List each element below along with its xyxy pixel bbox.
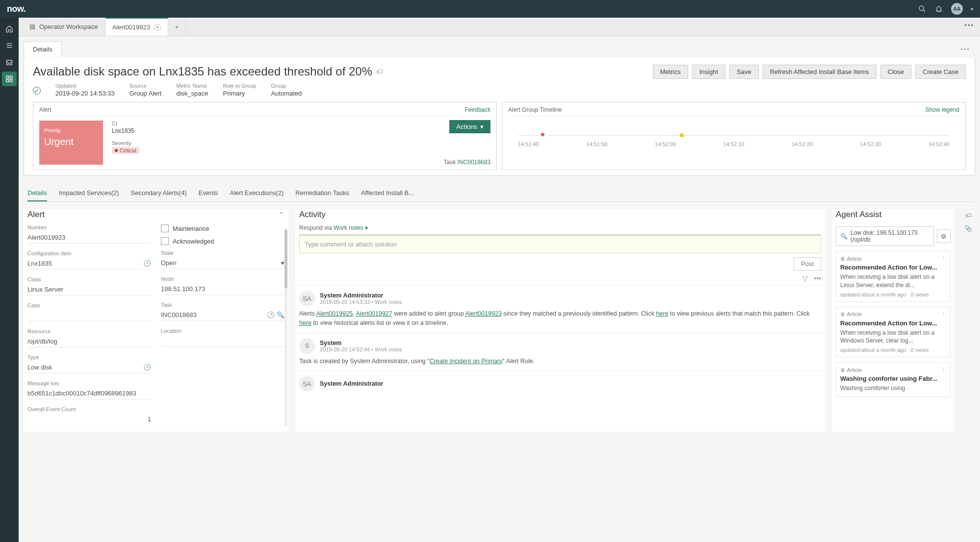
acknowledged-checkbox[interactable] <box>161 237 169 245</box>
more-icon[interactable]: ••• <box>814 274 821 282</box>
scrollbar[interactable] <box>284 229 287 427</box>
chevron-down-icon: ▾ <box>480 123 484 130</box>
metrics-button[interactable]: Metrics <box>653 65 688 79</box>
maintenance-checkbox[interactable] <box>161 224 169 232</box>
left-nav-rail <box>0 18 19 542</box>
tab-details[interactable]: Details <box>27 185 47 201</box>
more-icon[interactable]: ⋮ <box>941 255 946 262</box>
close-button[interactable]: Close <box>880 65 911 79</box>
ci-label: CI <box>112 121 139 126</box>
assist-search-input[interactable]: 🔍Low disk: 198.51.100.173 (/opt/db <box>836 226 934 246</box>
search-icon[interactable] <box>918 4 927 13</box>
ws-tab-label: Operator Workspace <box>39 23 98 30</box>
tag-icon[interactable]: 🏷 <box>376 68 383 75</box>
priority-label: Priority <box>44 127 98 133</box>
case-input[interactable] <box>27 312 151 319</box>
rail-list-icon[interactable] <box>2 38 17 53</box>
ws-tab-alert[interactable]: Alert0019923 × <box>105 18 168 36</box>
feedback-link[interactable]: Feedback <box>464 106 490 113</box>
assist-settings-icon[interactable]: ⚙ <box>937 229 951 243</box>
meta-value: Group Alert <box>129 90 162 97</box>
tick-label: 14:52:30 <box>860 141 881 147</box>
add-tab-button[interactable]: ＋ <box>168 18 186 36</box>
field-label: Node <box>161 276 284 282</box>
ci-input[interactable] <box>27 260 143 267</box>
article-footer: updated about a month ago · 0 views <box>840 347 946 353</box>
article-card[interactable]: 🗎 Article⋮ Recommended Action for Low...… <box>836 307 951 358</box>
task-input[interactable] <box>161 311 267 319</box>
close-tab-icon[interactable]: × <box>154 24 161 31</box>
refresh-button[interactable]: Refresh Affected Install Base Items <box>763 65 877 79</box>
severity-badge: Critical <box>112 147 139 154</box>
detail-tab-details[interactable]: Details <box>24 41 62 57</box>
tab-impacted[interactable]: Impacted Services(2) <box>59 185 119 201</box>
tab-more-icon[interactable]: ••• <box>964 22 974 29</box>
ws-tab-operator[interactable]: Operator Workspace <box>23 18 105 36</box>
side-attachment-rail: 🏷 📎 <box>961 209 975 432</box>
rail-inbox-icon[interactable] <box>2 55 17 70</box>
bell-icon[interactable] <box>934 4 943 13</box>
article-card[interactable]: 🗎 Article⋮ Washing comforter using Fabr.… <box>836 362 951 397</box>
respond-via-dropdown[interactable]: Work notes ▾ <box>334 224 368 231</box>
post-button[interactable]: Post <box>794 257 821 271</box>
checkbox-label: Acknowledged <box>173 238 214 245</box>
comment-input[interactable]: Type comment or attach solution <box>299 234 821 253</box>
save-button[interactable]: Save <box>729 65 759 79</box>
tab-executions[interactable]: Alert Executions(2) <box>230 185 284 201</box>
detail-more-icon[interactable]: ••• <box>960 46 970 53</box>
priority-badge: Priority Urgent <box>39 121 103 165</box>
class-input[interactable] <box>27 286 151 293</box>
content-area: Details ••• Available disk space on Lnx1… <box>19 36 980 542</box>
activity-meta: 2019-09-20 14:52:44 • Work notes <box>320 346 402 352</box>
svg-point-0 <box>919 6 924 10</box>
rail-apps-icon[interactable] <box>2 72 17 86</box>
number-input[interactable] <box>27 234 151 241</box>
type-input[interactable] <box>27 364 143 371</box>
user-avatar[interactable]: AA <box>951 3 963 15</box>
create-case-button[interactable]: Create Case <box>915 65 966 79</box>
search-icon: 🔍 <box>840 233 848 240</box>
article-desc: When receiving a low disk alert on a Lin… <box>840 273 946 290</box>
section-tabs: Details Impacted Services(2) Secondary A… <box>27 185 975 202</box>
timeline-chart[interactable]: ★ 14:51:40 14:51:50 14:52:00 14:52:10 14… <box>508 122 959 156</box>
clock-icon[interactable]: 🕑 <box>143 364 151 371</box>
meta-label: Updated <box>55 83 115 89</box>
ci-value: Lnx1835 <box>112 127 139 134</box>
tick-label: 14:51:40 <box>518 141 539 147</box>
article-card[interactable]: 🗎 Article⋮ Recommended Action for Low...… <box>836 251 951 302</box>
task-link[interactable]: INC0018683 <box>458 159 490 166</box>
more-icon[interactable]: ⋮ <box>941 367 946 373</box>
tag-icon[interactable]: 🏷 <box>965 212 972 219</box>
show-legend-link[interactable]: Show legend <box>926 106 959 113</box>
clock-icon[interactable]: 🕑 <box>267 311 275 319</box>
location-input[interactable] <box>161 337 284 345</box>
banner-right: AA ▾ <box>918 3 973 15</box>
meta-label: Source <box>129 83 162 89</box>
insight-button[interactable]: Insight <box>692 65 725 79</box>
tab-events[interactable]: Events <box>199 185 218 201</box>
article-title: Washing comforter using Fabr... <box>840 375 946 382</box>
filter-icon[interactable]: ▽ <box>802 274 808 282</box>
node-input[interactable] <box>161 285 284 293</box>
search-icon[interactable]: 🔍 <box>277 311 284 319</box>
svg-line-1 <box>923 10 925 12</box>
actions-dropdown[interactable]: Actions▾ <box>449 120 490 133</box>
state-select[interactable]: Open▾ <box>161 257 284 269</box>
attachment-icon[interactable]: 📎 <box>964 225 972 232</box>
doc-icon: 🗎 <box>840 256 846 262</box>
field-label: Type <box>27 354 151 360</box>
clock-icon[interactable]: 🕑 <box>143 260 151 267</box>
more-icon[interactable]: ⋮ <box>941 311 946 318</box>
tab-install-base[interactable]: Affected Install B... <box>361 185 414 201</box>
msgkey-input[interactable] <box>27 390 151 397</box>
field-label: Number <box>27 224 151 230</box>
collapse-icon[interactable]: ⌃ <box>279 211 284 219</box>
rail-home-icon[interactable] <box>2 22 17 36</box>
chevron-down-icon[interactable]: ▾ <box>971 6 973 12</box>
resource-input[interactable] <box>27 338 151 345</box>
panel-title: Agent Assist <box>836 210 882 220</box>
doc-icon: 🗎 <box>840 311 846 317</box>
tab-remediation[interactable]: Remediation Tasks <box>295 185 349 201</box>
panel-title: Alert Group Timeline <box>508 106 562 113</box>
tab-secondary[interactable]: Secondary Alerts(4) <box>131 185 187 201</box>
